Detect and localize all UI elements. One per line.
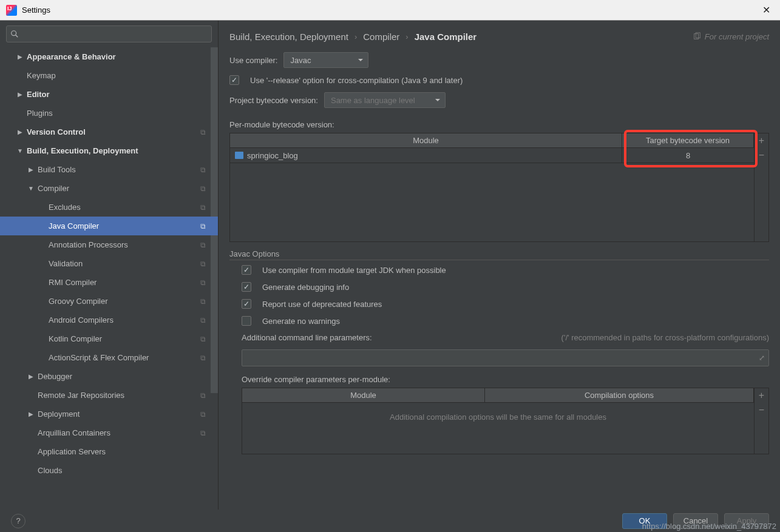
chevron-icon: ▶: [16, 53, 24, 60]
sidebar-item-actionscript-flex-compiler[interactable]: ▶ActionScript & Flex Compiler⧉: [0, 348, 218, 367]
sidebar-item-plugins[interactable]: ▶Plugins: [0, 104, 218, 123]
sidebar-item-label: Version Control: [27, 127, 218, 136]
gen-debug-checkbox[interactable]: [242, 282, 251, 292]
project-bytecode-dropdown[interactable]: Same as language level: [324, 92, 446, 108]
sidebar-item-appearance-behavior[interactable]: ▶Appearance & Behavior: [0, 47, 218, 66]
chevron-icon: ▶: [27, 373, 35, 380]
th-override-options[interactable]: Compilation options: [485, 388, 754, 402]
sidebar-item-java-compiler[interactable]: ▶Java Compiler⧉: [0, 217, 218, 235]
help-button[interactable]: ?: [11, 514, 25, 528]
th-module[interactable]: Module: [230, 133, 622, 147]
breadcrumb-leaf: Java Compiler: [415, 32, 477, 42]
settings-sidebar: ▶Appearance & Behavior▶Keymap▶Editor▶Plu…: [0, 21, 219, 510]
settings-tree: ▶Appearance & Behavior▶Keymap▶Editor▶Plu…: [0, 47, 218, 510]
sidebar-item-label: Application Servers: [38, 447, 218, 456]
sidebar-item-build-execution-deployment[interactable]: ▼Build, Execution, Deployment: [0, 141, 218, 160]
remove-row-button[interactable]: −: [755, 148, 768, 163]
use-module-jdk-checkbox[interactable]: [242, 265, 251, 275]
module-cell[interactable]: springioc_blog: [230, 148, 622, 163]
svg-line-1: [16, 35, 18, 38]
sidebar-item-android-compilers[interactable]: ▶Android Compilers⧉: [0, 311, 218, 329]
breadcrumb: Build, Execution, Deployment › Compiler …: [229, 28, 769, 45]
target-bytecode-cell[interactable]: 8: [622, 148, 754, 163]
sidebar-item-label: Compiler: [38, 184, 218, 193]
th-override-module[interactable]: Module: [242, 388, 485, 402]
no-warnings-checkbox[interactable]: [242, 316, 251, 326]
chevron-right-icon: ›: [354, 32, 357, 41]
sidebar-item-editor[interactable]: ▶Editor: [0, 85, 218, 104]
sidebar-item-label: Annotation Processors: [49, 240, 218, 249]
sidebar-item-application-servers[interactable]: ▶Application Servers: [0, 442, 218, 461]
project-bytecode-label: Project bytecode version:: [229, 96, 318, 105]
sidebar-item-label: Debugger: [38, 372, 218, 381]
sidebar-item-annotation-processors[interactable]: ▶Annotation Processors⧉: [0, 235, 218, 254]
project-scope-icon: ⧉: [200, 429, 206, 437]
close-icon[interactable]: ✕: [759, 4, 774, 16]
module-icon: [235, 152, 243, 159]
for-current-project-hint: For current project: [693, 32, 769, 41]
chevron-right-icon: ›: [405, 32, 408, 41]
sidebar-item-label: Arquillian Containers: [38, 428, 218, 437]
sidebar-item-groovy-compiler[interactable]: ▶Groovy Compiler⧉: [0, 292, 218, 311]
sidebar-item-version-control[interactable]: ▶Version Control⧉: [0, 123, 218, 141]
use-module-jdk-label: Use compiler from module target JDK when…: [262, 266, 446, 275]
sidebar-item-remote-jar-repositories[interactable]: ▶Remote Jar Repositories⧉: [0, 386, 218, 405]
no-warnings-label: Generate no warnings: [262, 317, 340, 326]
sidebar-item-deployment[interactable]: ▶Deployment⧉: [0, 405, 218, 423]
sidebar-item-label: Validation: [49, 259, 218, 268]
app-icon: [6, 5, 17, 16]
breadcrumb-mid[interactable]: Compiler: [363, 32, 399, 42]
watermark-text: https://blog.csdn.net/weixin_43797872: [642, 522, 776, 531]
sidebar-item-label: Editor: [27, 90, 218, 99]
report-deprecated-checkbox[interactable]: [242, 299, 251, 309]
gen-debug-label: Generate debugging info: [262, 283, 349, 292]
sidebar-item-debugger[interactable]: ▶Debugger: [0, 367, 218, 386]
breadcrumb-root[interactable]: Build, Execution, Deployment: [229, 32, 348, 42]
project-scope-icon: ⧉: [200, 260, 206, 268]
project-scope-icon: ⧉: [200, 241, 206, 249]
sidebar-item-rmi-compiler[interactable]: ▶RMI Compiler⧉: [0, 273, 218, 292]
sidebar-item-label: Java Compiler: [49, 221, 218, 231]
chevron-icon: ▼: [16, 147, 24, 154]
project-scope-icon: ⧉: [200, 203, 206, 212]
expand-icon[interactable]: ⤢: [759, 354, 765, 362]
sidebar-item-validation[interactable]: ▶Validation⧉: [0, 254, 218, 273]
add-row-button[interactable]: +: [755, 133, 768, 148]
sidebar-item-label: Remote Jar Repositories: [38, 391, 218, 400]
project-scope-icon: ⧉: [200, 128, 206, 136]
per-module-table: Module Target bytecode version springioc…: [229, 133, 769, 242]
override-remove-button[interactable]: −: [755, 403, 768, 417]
override-add-button[interactable]: +: [755, 388, 768, 403]
release-option-checkbox[interactable]: [229, 75, 239, 85]
sidebar-item-label: Appearance & Behavior: [27, 52, 218, 61]
override-table-empty: Additional compilation options will be t…: [242, 403, 754, 431]
report-deprecated-label: Report use of deprecated features: [262, 300, 382, 309]
svg-point-0: [12, 31, 16, 36]
sidebar-item-label: Build, Execution, Deployment: [27, 146, 218, 155]
sidebar-item-label: Excludes: [49, 203, 218, 212]
sidebar-item-build-tools[interactable]: ▶Build Tools⧉: [0, 160, 218, 179]
sidebar-item-kotlin-compiler[interactable]: ▶Kotlin Compiler⧉: [0, 329, 218, 348]
sidebar-item-clouds[interactable]: ▶Clouds: [0, 461, 218, 480]
titlebar: Settings ✕: [0, 0, 780, 21]
sidebar-item-label: Keymap: [27, 71, 218, 80]
additional-params-input[interactable]: ⤢: [242, 349, 769, 366]
search-input[interactable]: [6, 25, 212, 42]
settings-main-panel: Build, Execution, Deployment › Compiler …: [219, 21, 780, 510]
sidebar-item-keymap[interactable]: ▶Keymap: [0, 66, 218, 85]
project-scope-icon: ⧉: [200, 184, 206, 193]
sidebar-item-excludes[interactable]: ▶Excludes⧉: [0, 198, 218, 217]
override-params-label: Override compiler parameters per-module:: [242, 375, 769, 384]
sidebar-item-compiler[interactable]: ▼Compiler⧉: [0, 179, 218, 198]
sidebar-item-arquillian-containers[interactable]: ▶Arquillian Containers⧉: [0, 423, 218, 442]
th-target-bytecode[interactable]: Target bytecode version: [622, 133, 754, 147]
override-table: Module Compilation options Additional co…: [242, 388, 769, 454]
javac-options-label: Javac Options: [229, 249, 769, 260]
project-scope-icon: ⧉: [200, 410, 206, 419]
use-compiler-dropdown[interactable]: Javac: [283, 52, 368, 68]
per-module-label: Per-module bytecode version:: [229, 120, 769, 129]
sidebar-item-label: Android Compilers: [49, 315, 218, 325]
sidebar-item-label: Build Tools: [38, 165, 218, 174]
search-icon: [10, 30, 19, 38]
sidebar-item-label: Groovy Compiler: [49, 297, 218, 306]
